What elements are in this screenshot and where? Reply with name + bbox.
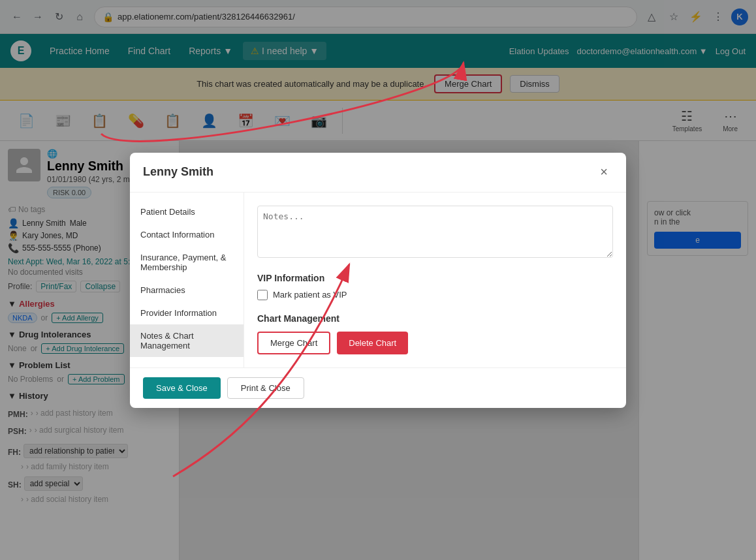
chart-management-title: Chart Management: [257, 313, 613, 324]
vip-checkbox-label: Mark patient as VIP: [273, 290, 347, 300]
modal-nav-patient-details[interactable]: Patient Details: [130, 200, 244, 223]
vip-section: VIP Information Mark patient as VIP: [257, 273, 613, 300]
chart-management-buttons: Merge Chart Delete Chart: [257, 332, 613, 354]
vip-checkbox-row: Mark patient as VIP: [257, 290, 613, 300]
modal-body: Patient Details Contact Information Insu…: [130, 193, 626, 367]
notes-textarea[interactable]: [257, 206, 613, 258]
delete-chart-button[interactable]: Delete Chart: [337, 332, 408, 354]
vip-title: VIP Information: [257, 273, 613, 283]
modal-nav-provider-information[interactable]: Provider Information: [130, 302, 244, 324]
modal-title: Lenny Smith: [143, 165, 213, 179]
print-close-button[interactable]: Print & Close: [227, 377, 304, 399]
modal-nav-pharmacies[interactable]: Pharmacies: [130, 279, 244, 302]
merge-chart-button[interactable]: Merge Chart: [257, 332, 330, 354]
modal-header: Lenny Smith ×: [130, 153, 626, 193]
modal-overlay: Lenny Smith × Patient Details Contact In…: [0, 0, 756, 560]
modal-nav-insurance-payment[interactable]: Insurance, Payment, & Membership: [130, 246, 244, 279]
vip-checkbox[interactable]: [257, 290, 268, 300]
modal-nav-contact-information[interactable]: Contact Information: [130, 223, 244, 246]
modal-close-button[interactable]: ×: [595, 163, 613, 181]
patient-details-modal: Lenny Smith × Patient Details Contact In…: [130, 153, 626, 408]
chart-management-section: Chart Management Merge Chart Delete Char…: [257, 313, 613, 354]
modal-footer: Save & Close Print & Close: [130, 367, 626, 408]
modal-content-area: VIP Information Mark patient as VIP Char…: [244, 193, 626, 367]
modal-nav: Patient Details Contact Information Insu…: [130, 193, 244, 367]
modal-nav-notes-chart-management[interactable]: Notes & Chart Management: [130, 324, 244, 357]
save-close-button[interactable]: Save & Close: [143, 377, 221, 399]
